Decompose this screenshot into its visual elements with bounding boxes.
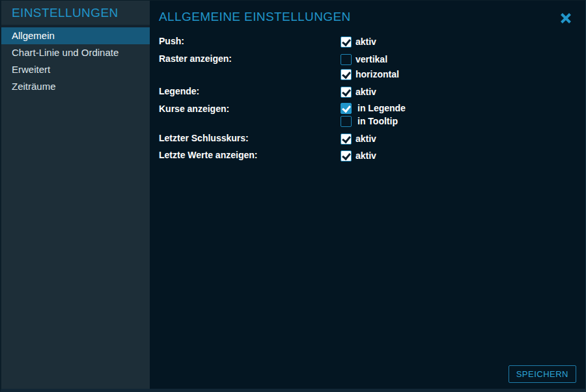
- settings-row-legende: Legende: aktiv: [159, 85, 585, 103]
- checkbox-label: horizontal: [356, 69, 399, 80]
- setting-label: Raster anzeigen:: [159, 53, 341, 64]
- checkbox-label: aktiv: [356, 36, 376, 48]
- checkbox-option-schlusskurs-aktiv[interactable]: aktiv: [341, 133, 376, 145]
- setting-label: Legende:: [159, 85, 341, 97]
- checkbox[interactable]: [341, 87, 352, 98]
- close-button[interactable]: [557, 10, 574, 27]
- sidebar-header: EINSTELLUNGEN: [1, 1, 150, 27]
- settings-row-letzte-werte-anzeigen: Letzte Werte anzeigen: aktiv: [159, 149, 585, 167]
- checkbox-label: in Tooltip: [357, 116, 398, 127]
- checkbox[interactable]: [341, 69, 352, 80]
- settings-row-letzter-schlusskurs: Letzter Schlusskurs: aktiv: [159, 132, 585, 149]
- checkbox-option-legende-aktiv[interactable]: aktiv: [341, 87, 376, 98]
- save-button[interactable]: SPEICHERN: [509, 365, 576, 383]
- sidebar-item-allgemein[interactable]: Allgemein: [1, 27, 150, 44]
- settings-row-kurse-anzeigen: Kurse anzeigen: in Legende in Tooltip: [159, 103, 585, 132]
- checkbox-label: in Legende: [357, 103, 406, 114]
- page-title: ALLGEMEINE EINSTELLUNGEN: [159, 9, 585, 25]
- main-panel: ALLGEMEINE EINSTELLUNGEN Push: aktiv Ras…: [150, 1, 585, 389]
- checkbox-label: aktiv: [356, 133, 376, 145]
- setting-label: Push:: [159, 35, 341, 47]
- checkbox[interactable]: [341, 150, 352, 161]
- checkbox-option-horizontal[interactable]: horizontal: [341, 69, 399, 80]
- checkbox-option-letzte-werte-aktiv[interactable]: aktiv: [341, 150, 376, 161]
- checkbox[interactable]: [341, 36, 352, 48]
- settings-form: Push: aktiv Raster anzeigen: vertikal: [159, 35, 585, 167]
- checkbox-label: aktiv: [356, 87, 376, 98]
- checkbox[interactable]: [341, 54, 352, 65]
- sidebar: EINSTELLUNGEN Allgemein Chart-Linie und …: [1, 1, 150, 389]
- settings-dialog: EINSTELLUNGEN Allgemein Chart-Linie und …: [0, 0, 586, 392]
- settings-row-push: Push: aktiv: [159, 35, 585, 53]
- checkbox-label: vertikal: [356, 54, 387, 65]
- checkbox[interactable]: [341, 116, 352, 127]
- sidebar-item-zeitraeume[interactable]: Zeiträume: [1, 78, 150, 95]
- setting-label: Kurse anzeigen:: [159, 103, 341, 115]
- setting-label: Letzte Werte anzeigen:: [159, 149, 341, 161]
- setting-label: Letzter Schlusskurs:: [159, 132, 341, 144]
- checkbox-option-push-aktiv[interactable]: aktiv: [341, 36, 376, 48]
- checkbox[interactable]: [341, 133, 352, 145]
- checkbox-option-in-legende[interactable]: in Legende: [341, 103, 406, 114]
- checkbox-option-vertikal[interactable]: vertikal: [341, 54, 399, 65]
- sidebar-item-chart-linie-und-ordinate[interactable]: Chart-Linie und Ordinate: [1, 44, 150, 61]
- checkbox-label: aktiv: [356, 150, 376, 161]
- checkbox[interactable]: [341, 103, 352, 114]
- sidebar-item-erweitert[interactable]: Erweitert: [1, 61, 150, 78]
- x-close-icon: [559, 11, 573, 25]
- checkbox-option-in-tooltip[interactable]: in Tooltip: [341, 116, 406, 127]
- settings-row-raster-anzeigen: Raster anzeigen: vertikal horizontal: [159, 53, 585, 85]
- sidebar-title: EINSTELLUNGEN: [12, 6, 119, 20]
